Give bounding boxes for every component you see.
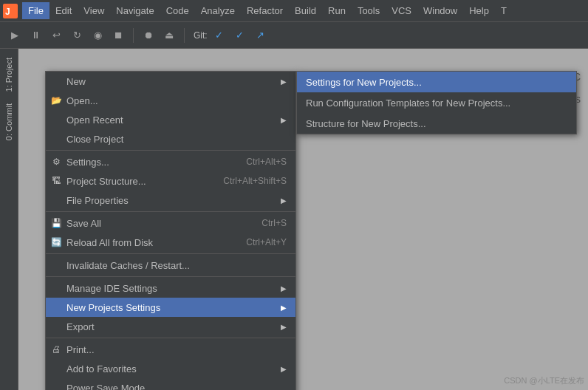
menu-vcs[interactable]: VCS	[386, 2, 417, 19]
menu-item-save-all[interactable]: 💾 Save All Ctrl+S	[46, 213, 295, 233]
settings-for-new-label: Settings for New Projects...	[306, 77, 422, 88]
reload-label: Reload All from Disk	[66, 237, 231, 248]
new-projects-settings-icon	[50, 301, 62, 313]
menu-item-open[interactable]: 📂 Open...	[46, 91, 295, 110]
menu-item-file-properties[interactable]: File Properties ▶	[46, 191, 295, 210]
toolbar-stop[interactable]: ⏹	[109, 27, 127, 44]
menu-edit[interactable]: Edit	[49, 2, 78, 19]
close-project-label: Close Project	[66, 134, 287, 145]
new-label: New	[66, 76, 275, 87]
export-arrow: ▶	[281, 323, 287, 331]
menu-view[interactable]: View	[78, 2, 110, 19]
settings-label: Settings...	[66, 157, 231, 168]
submenu-item-structure[interactable]: Structure for New Projects...	[297, 113, 576, 134]
app-logo: J	[3, 4, 18, 18]
close-project-icon	[50, 133, 62, 145]
power-save-label: Power Save Mode	[66, 383, 287, 391]
file-properties-arrow: ▶	[281, 196, 287, 205]
add-favorites-icon	[50, 363, 62, 374]
open-recent-label: Open Recent	[66, 114, 275, 126]
settings-shortcut: Ctrl+Alt+S	[246, 157, 287, 167]
file-menu-dropdown: New ▶ 📂 Open... Open Recent ▶ Close Proj…	[45, 71, 296, 390]
separator-5	[46, 338, 295, 338]
svg-text:J: J	[5, 7, 10, 17]
new-projects-settings-arrow: ▶	[281, 304, 287, 312]
open-recent-icon	[50, 114, 62, 126]
toolbar-pause[interactable]: ⏸	[27, 27, 44, 44]
menu-file[interactable]: File	[22, 2, 49, 19]
invalidate-label: Invalidate Caches / Restart...	[66, 260, 287, 271]
manage-ide-arrow: ▶	[281, 284, 287, 292]
open-icon: 📂	[50, 95, 62, 106]
toolbar-target[interactable]: ◉	[89, 27, 106, 44]
toolbar-git-arrow[interactable]: ↗	[252, 27, 270, 44]
power-save-icon	[50, 382, 62, 390]
menu-run[interactable]: Run	[322, 2, 352, 19]
menu-item-print[interactable]: 🖨 Print...	[46, 340, 295, 359]
toolbar-play[interactable]: ▶	[6, 27, 24, 44]
menu-navigate[interactable]: Navigate	[110, 2, 160, 19]
menu-help[interactable]: Help	[463, 2, 495, 19]
project-structure-label: Project Structure...	[66, 176, 208, 187]
menu-refactor[interactable]: Refactor	[241, 2, 289, 19]
separator-3	[46, 253, 295, 254]
invalidate-icon	[50, 259, 62, 271]
menu-window[interactable]: Window	[417, 2, 463, 19]
separator-2	[46, 211, 295, 212]
menu-item-manage-ide[interactable]: Manage IDE Settings ▶	[46, 278, 295, 298]
menu-item-add-favorites[interactable]: Add to Favorites ▶	[46, 359, 295, 378]
structure-new-label: Structure for New Projects...	[306, 118, 426, 129]
print-icon: 🖨	[50, 343, 62, 355]
menu-item-settings[interactable]: ⚙ Settings... Ctrl+Alt+S	[46, 152, 295, 171]
dropdown-overlay: New ▶ 📂 Open... Open Recent ▶ Close Proj…	[18, 49, 588, 390]
project-structure-shortcut: Ctrl+Alt+Shift+S	[223, 176, 287, 186]
open-recent-arrow: ▶	[281, 116, 287, 124]
menu-item-invalidate[interactable]: Invalidate Caches / Restart...	[46, 256, 295, 275]
manage-ide-label: Manage IDE Settings	[66, 283, 275, 294]
sidebar-tab-commit[interactable]: 0: Commit	[3, 98, 15, 146]
toolbar: ▶ ⏸ ↩ ↻ ◉ ⏹ ⏺ ⏏ Git: ✓ ✓ ↗	[0, 22, 588, 49]
manage-ide-icon	[50, 282, 62, 294]
menu-item-reload[interactable]: 🔄 Reload All from Disk Ctrl+Alt+Y	[46, 233, 295, 252]
menu-item-new-projects-settings[interactable]: New Projects Settings ▶	[46, 298, 295, 317]
run-config-label: Run Configuration Templates for New Proj…	[306, 98, 510, 109]
menu-item-export[interactable]: Export ▶	[46, 317, 295, 336]
menu-item-power-save[interactable]: Power Save Mode	[46, 378, 295, 390]
print-label: Print...	[66, 344, 287, 355]
reload-icon: 🔄	[50, 236, 62, 248]
add-favorites-label: Add to Favorites	[66, 363, 275, 374]
toolbar-git-check2[interactable]: ✓	[231, 27, 249, 44]
export-label: Export	[66, 321, 275, 332]
new-projects-settings-label: New Projects Settings	[66, 302, 275, 313]
menu-tools[interactable]: Tools	[352, 2, 386, 19]
menu-analyze[interactable]: Analyze	[195, 2, 241, 19]
menu-item-new[interactable]: New ▶	[46, 72, 295, 91]
separator-1	[46, 150, 295, 151]
save-all-label: Save All	[66, 218, 247, 229]
menu-item-project-structure[interactable]: 🏗 Project Structure... Ctrl+Alt+Shift+S	[46, 171, 295, 191]
save-all-shortcut: Ctrl+S	[261, 218, 287, 228]
menubar: J File Edit View Navigate Code Analyze R…	[0, 0, 588, 22]
toolbar-separator-1	[133, 28, 134, 43]
menu-code[interactable]: Code	[160, 2, 195, 19]
menu-item-close-project[interactable]: Close Project	[46, 129, 295, 148]
toolbar-back[interactable]: ↩	[47, 27, 65, 44]
submenu-item-settings-for-new[interactable]: Settings for New Projects...	[297, 72, 576, 92]
toolbar-separator-2	[184, 28, 185, 43]
reload-shortcut: Ctrl+Alt+Y	[246, 237, 287, 247]
toolbar-eject[interactable]: ⏏	[160, 27, 178, 44]
content-area: Go to File C Recent Files New ▶ 📂 Open..…	[18, 49, 588, 390]
main-area: 1: Project 0: Commit Go to File C Recent…	[0, 49, 588, 390]
save-all-icon: 💾	[50, 217, 62, 229]
watermark: CSDN @小LTE在发布	[504, 375, 584, 386]
toolbar-record[interactable]: ⏺	[140, 27, 157, 44]
git-label: Git:	[194, 30, 208, 41]
submenu-new-projects: Settings for New Projects... Run Configu…	[296, 71, 577, 134]
menu-item-open-recent[interactable]: Open Recent ▶	[46, 110, 295, 129]
menu-extra[interactable]: T	[495, 2, 513, 19]
submenu-item-run-config[interactable]: Run Configuration Templates for New Proj…	[297, 92, 576, 113]
sidebar-tab-project[interactable]: 1: Project	[3, 52, 15, 98]
menu-build[interactable]: Build	[289, 2, 322, 19]
toolbar-forward[interactable]: ↻	[68, 27, 86, 44]
toolbar-git-check[interactable]: ✓	[211, 27, 228, 44]
